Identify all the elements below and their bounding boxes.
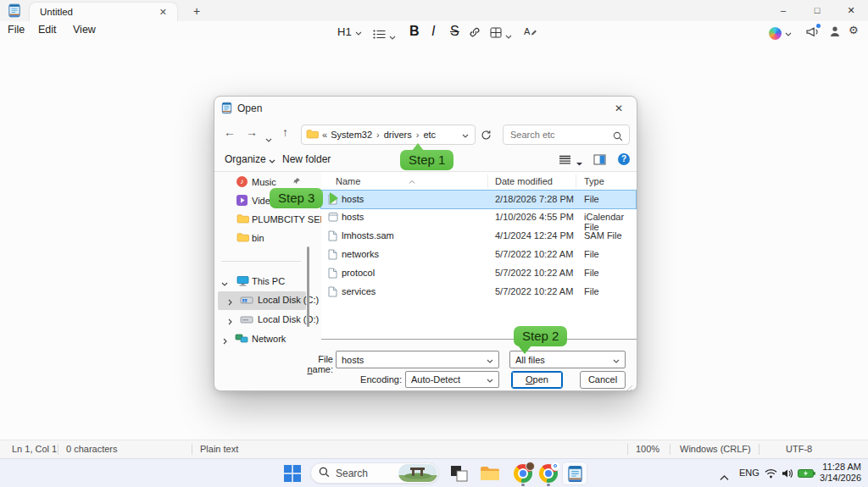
file-icon	[328, 249, 337, 262]
tab-title: Untitled	[40, 7, 73, 17]
task-view-button[interactable]	[451, 466, 469, 485]
forward-button[interactable]: →	[246, 125, 258, 139]
file-row-lmhosts[interactable]: lmhosts.sam 4/1/2024 12:24 PM SAM File	[321, 227, 636, 245]
account-icon[interactable]	[829, 25, 841, 41]
step-3-callout-tail	[330, 192, 338, 204]
status-zoom[interactable]: 100%	[636, 444, 659, 454]
strikethrough-button[interactable]: S	[450, 24, 459, 39]
organize-button[interactable]: Organize	[225, 153, 275, 166]
language-indicator[interactable]: ENG	[739, 468, 760, 478]
taskbar-clock[interactable]: 11:28 AM 3/14/2026	[820, 462, 861, 484]
sidebar-divider	[221, 261, 301, 262]
table-icon[interactable]	[490, 26, 512, 42]
search-icon	[613, 130, 623, 145]
announcements-icon[interactable]	[805, 25, 820, 41]
search-highlight-image[interactable]	[398, 464, 437, 482]
column-header-type[interactable]: Type	[584, 176, 604, 186]
chevron-down-icon	[269, 154, 275, 166]
chevron-down-icon	[487, 355, 493, 365]
file-row-protocol[interactable]: protocol 5/7/2022 10:22 AM File	[321, 264, 636, 282]
wifi-icon[interactable]	[765, 467, 777, 482]
battery-icon[interactable]	[798, 467, 815, 482]
menu-edit[interactable]: Edit	[38, 24, 57, 36]
tray-chevron-up-icon[interactable]	[720, 469, 729, 484]
sort-ascending-icon	[409, 172, 415, 187]
heading-style-button[interactable]: H1	[337, 24, 362, 39]
notepad-app-icon	[8, 3, 21, 21]
dialog-close-button[interactable]: ✕	[606, 100, 632, 117]
search-input[interactable]	[510, 126, 610, 143]
disk-d-icon	[240, 315, 253, 326]
settings-gear-icon[interactable]: ⚙	[849, 24, 859, 36]
breadcrumb-overflow[interactable]: «	[322, 130, 327, 140]
file-name-combobox[interactable]	[336, 351, 499, 368]
file-row-hosts[interactable]: hosts 2/18/2026 7:28 PM File	[321, 191, 636, 208]
address-dropdown-chevron[interactable]	[462, 130, 469, 140]
breadcrumb-item-etc[interactable]: etc	[423, 130, 436, 140]
collapse-chevron-icon[interactable]	[228, 297, 232, 307]
breadcrumb-item-system32[interactable]: System32	[331, 130, 372, 140]
title-bar: Untitled ✕ + – □ ✕	[0, 0, 868, 21]
column-header-date[interactable]: Date modified	[495, 176, 553, 186]
videos-icon	[236, 195, 248, 206]
back-button[interactable]: ←	[224, 125, 236, 139]
tray-date: 3/14/2026	[820, 473, 861, 484]
window-close-button[interactable]: ✕	[834, 0, 868, 21]
collapse-chevron-icon[interactable]	[228, 317, 232, 327]
italic-button[interactable]: I	[431, 24, 435, 39]
file-row-hosts-ics[interactable]: hosts 1/10/2026 4:55 PM iCalendar File	[321, 208, 636, 226]
view-mode-chevron[interactable]	[576, 158, 583, 169]
cancel-button[interactable]: Cancel	[580, 371, 626, 389]
breadcrumb-item-drivers[interactable]: drivers	[384, 130, 412, 140]
notepad-taskbar-button[interactable]	[562, 462, 587, 485]
view-mode-icon[interactable]	[559, 155, 571, 167]
clear-formatting-icon[interactable]: A	[524, 25, 537, 41]
encoding-combobox[interactable]: Auto-Detect	[405, 371, 499, 388]
pin-icon	[292, 177, 301, 187]
new-folder-button[interactable]: New folder	[282, 153, 331, 165]
menu-file[interactable]: File	[8, 24, 25, 36]
up-button[interactable]: ↑	[282, 125, 288, 139]
chrome-profile1-button[interactable]	[514, 464, 532, 483]
collapse-chevron-icon[interactable]	[223, 336, 227, 346]
menu-view[interactable]: View	[73, 24, 96, 36]
tab-untitled[interactable]: Untitled ✕	[29, 2, 178, 21]
minimize-button[interactable]: –	[766, 0, 800, 21]
refresh-icon[interactable]	[481, 129, 492, 144]
recent-locations-chevron[interactable]	[265, 130, 272, 146]
expand-chevron-icon[interactable]	[221, 278, 228, 288]
file-row-networks[interactable]: networks 5/7/2022 10:22 AM File	[321, 246, 636, 263]
open-button[interactable]: Open	[511, 371, 563, 389]
breadcrumb[interactable]: « System32 › drivers › etc	[301, 125, 476, 145]
status-encoding[interactable]: UTF-8	[786, 444, 812, 454]
file-explorer-button[interactable]	[480, 465, 500, 485]
file-name-input[interactable]	[337, 355, 487, 365]
sidebar-item-bin[interactable]: bin	[214, 230, 309, 248]
volume-icon[interactable]	[782, 467, 794, 482]
start-button[interactable]	[284, 465, 301, 485]
taskbar-search[interactable]: Search	[310, 462, 439, 484]
maximize-button[interactable]: □	[800, 0, 834, 21]
preview-pane-icon[interactable]	[593, 154, 606, 168]
sidebar-item-network[interactable]: Network	[214, 330, 309, 348]
status-line-ending[interactable]: Windows (CRLF)	[680, 444, 751, 454]
link-icon[interactable]	[469, 26, 481, 42]
sidebar-item-local-disk-d[interactable]: Local Disk (D:)	[214, 311, 309, 329]
resize-grip[interactable]	[626, 380, 634, 389]
file-row-services[interactable]: services 5/7/2022 10:22 AM File	[321, 283, 636, 301]
help-icon[interactable]: ?	[618, 153, 630, 165]
sidebar-item-this-pc[interactable]: This PC	[214, 273, 309, 291]
disk-c-icon	[240, 296, 253, 307]
chrome-profile2-button[interactable]	[539, 464, 558, 483]
file-name-label: File name:	[296, 354, 333, 374]
sidebar-item-plumbcity[interactable]: PLUMBCITY SER	[214, 211, 309, 230]
tab-close-icon[interactable]: ✕	[156, 7, 170, 18]
notepad-icon	[567, 465, 583, 486]
status-bar: Ln 1, Col 1 0 characters Plain text 100%…	[0, 440, 868, 458]
bold-button[interactable]: B	[409, 24, 420, 39]
running-indicator	[547, 484, 550, 486]
sidebar-item-local-disk-c[interactable]: Local Disk (C:)	[218, 291, 306, 310]
new-tab-button[interactable]: +	[188, 3, 205, 19]
column-header-name[interactable]: Name	[336, 176, 360, 186]
sidebar-scrollbar[interactable]	[307, 246, 309, 327]
